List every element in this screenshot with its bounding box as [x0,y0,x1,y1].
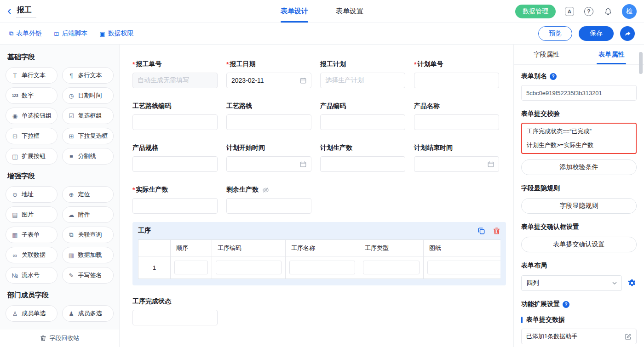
field-recycle-bin[interactable]: 字段回收站 [0,330,119,347]
canvas-field-14[interactable]: 剩余生产数 [226,186,311,214]
canvas-fields: *报工单号自动生成无需填写*报工日期2023-02-11报工计划选择生产计划*计… [132,60,506,214]
field-input[interactable]: 选择生产计划 [320,73,405,88]
copy-icon[interactable] [477,227,485,235]
data-permission-link[interactable]: ▣ 数据权限 [99,29,133,38]
field-input[interactable] [320,114,405,130]
cell-input[interactable] [216,261,282,274]
language-icon[interactable]: A [564,6,575,17]
sidebar-item-number[interactable]: 123数字 [6,87,58,104]
form-alias-input[interactable]: 5cbc0e919f52235f3b313201 [521,85,637,101]
field-input[interactable] [226,156,311,172]
field-input[interactable] [414,73,499,88]
field-input[interactable] [414,156,499,172]
field-input[interactable] [132,114,218,130]
avatar[interactable]: 检 [622,4,637,19]
sidebar-item-label: 附件 [78,210,90,219]
sidebar-item-checkbox-group[interactable]: ☑复选框组 [62,108,114,124]
help-icon[interactable]: ? [583,6,594,17]
sidebar-item-single-line-text[interactable]: T单行文本 [6,67,58,84]
submit-data-label-row: 表单提交数据 [521,316,637,324]
cell-input[interactable] [363,261,420,274]
subtable-column-header: 工序类型 [359,240,424,256]
field-input[interactable]: 自动生成无需填写 [132,73,218,88]
submit-data-assistant[interactable]: 已添加1条数据助手 [521,329,637,344]
canvas-field-7[interactable]: 产品编码 [320,102,405,130]
panel-scrollbar[interactable] [639,52,643,74]
canvas-field-2[interactable]: *报工日期2023-02-11 [226,60,311,88]
sidebar-item-location[interactable]: ⊕定位 [62,186,114,203]
sidebar-item-linked-data[interactable]: ∞关联数据 [6,247,58,263]
tab-field-properties[interactable]: 字段属性 [514,45,579,64]
backend-script-link[interactable]: ⊡ 后端脚本 [54,29,87,38]
tab-form-design[interactable]: 表单设计 [281,0,308,23]
preview-button[interactable]: 预览 [538,26,572,41]
properties-panel: 字段属性 表单属性 表单别名 ? 5cbc0e919f52235f3b31320… [513,45,644,347]
form-layout-select[interactable]: 四列 [521,275,622,291]
canvas-field-tail[interactable]: 工序完成状态 [132,297,218,325]
data-manage-button[interactable]: 数据管理 [515,5,556,18]
question-icon[interactable]: ? [563,301,569,308]
sidebar-item-data-load[interactable]: ▥数据加载 [62,247,114,263]
canvas-field-8[interactable]: 产品名称 [414,102,499,130]
question-icon[interactable]: ? [550,73,557,80]
canvas-field-10[interactable]: 计划开始时间 [226,144,311,172]
canvas-field-4[interactable]: *计划单号 [414,60,499,88]
sidebar-item-multi-select[interactable]: ⊞下拉复选框 [62,128,114,144]
sidebar-item-radio-group[interactable]: ◉单选按钮组 [6,108,58,124]
canvas-field-9[interactable]: 产品规格 [132,144,218,172]
add-validation-button[interactable]: 添加校验条件 [521,159,637,175]
field-input[interactable] [414,114,499,130]
cell-input[interactable] [289,261,355,274]
sidebar-item-member-multi[interactable]: ♟成员多选 [62,305,114,322]
sidebar-item-datetime[interactable]: ◷日期时间 [62,87,114,104]
validation-rule[interactable]: 计划生产数>=实际生产数 [522,138,636,152]
sidebar-item-multi-line-text[interactable]: ¶多行文本 [62,67,114,84]
canvas-field-3[interactable]: 报工计划选择生产计划 [320,60,405,88]
gear-icon[interactable] [627,279,637,288]
form-external-link[interactable]: ⧉ 表单外链 [9,29,42,38]
back-icon[interactable]: ‹ [7,5,12,17]
sidebar-item-select[interactable]: ⊡下拉框 [6,128,58,144]
sidebar-item-subform[interactable]: ▦子表单 [6,227,58,243]
submit-confirm-button[interactable]: 表单提交确认设置 [521,237,637,252]
share-button[interactable] [620,26,635,41]
sidebar-section-title: 基础字段 [7,53,112,62]
sidebar-item-member-single[interactable]: ♙成员单选 [6,305,58,322]
sidebar-item-signature[interactable]: ✎手写签名 [62,267,114,284]
validation-rule[interactable]: 工序完成状态==“已完成” [522,125,636,138]
field-input[interactable] [320,156,405,172]
canvas-field-1[interactable]: *报工单号自动生成无需填写 [132,60,218,88]
sidebar-item-address[interactable]: ⊙地址 [6,186,58,203]
cell-input[interactable] [174,261,208,274]
tab-form-settings[interactable]: 表单设置 [336,0,363,23]
field-input[interactable] [132,310,218,325]
sidebar-item-attachment[interactable]: ☁附件 [62,206,114,223]
recycle-bin-label: 字段回收站 [50,334,80,342]
field-input[interactable] [132,156,218,172]
field-input[interactable] [226,114,311,130]
field-label-text: 产品编码 [320,102,346,110]
sidebar-item-divider[interactable]: ≡分割线 [62,148,114,165]
bell-icon[interactable] [603,6,614,17]
cell-input[interactable] [427,261,500,274]
field-input[interactable] [132,198,218,214]
sidebar-item-extend-button[interactable]: ◫扩展按钮 [6,148,58,165]
save-button[interactable]: 保存 [579,26,614,41]
field-label: *报工单号 [132,60,218,68]
field-input[interactable]: 2023-02-11 [226,73,311,88]
canvas-field-11[interactable]: 计划生产数 [320,144,405,172]
sidebar-item-lookup-query[interactable]: ⧉关联查询 [62,227,114,243]
canvas-field-6[interactable]: 工艺路线 [226,102,311,130]
subform-icon: ▦ [11,232,19,239]
delete-icon[interactable] [493,227,500,235]
tab-form-properties[interactable]: 表单属性 [579,45,644,64]
sidebar-item-image[interactable]: ▤图片 [6,206,58,223]
subform-block[interactable]: 工序 顺序工序编码工序名称工序类型图纸1 [132,222,506,285]
field-input[interactable] [226,198,311,214]
edit-icon[interactable] [625,333,632,340]
field-visibility-button[interactable]: 字段显隐规则 [521,198,637,214]
sidebar-item-serial-number[interactable]: №流水号 [6,267,58,284]
canvas-field-5[interactable]: 工艺路线编码 [132,102,218,130]
canvas-field-12[interactable]: 计划结束时间 [414,144,499,172]
canvas-field-13[interactable]: *实际生产数 [132,186,218,214]
